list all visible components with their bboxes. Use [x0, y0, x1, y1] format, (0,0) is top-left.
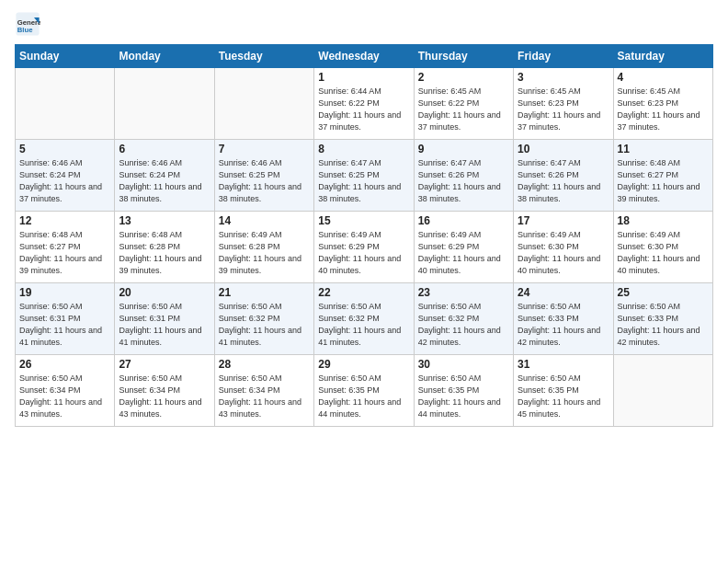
day-cell: 8Sunrise: 6:47 AM Sunset: 6:25 PM Daylig… [314, 140, 414, 212]
day-info: Sunrise: 6:50 AM Sunset: 6:33 PM Dayligh… [518, 301, 609, 349]
day-info: Sunrise: 6:50 AM Sunset: 6:32 PM Dayligh… [219, 301, 310, 349]
day-info: Sunrise: 6:49 AM Sunset: 6:28 PM Dayligh… [219, 229, 310, 277]
day-number: 4 [618, 71, 709, 84]
day-number: 20 [119, 286, 210, 299]
day-number: 16 [418, 214, 509, 227]
day-cell: 27Sunrise: 6:50 AM Sunset: 6:34 PM Dayli… [115, 355, 214, 427]
day-cell: 10Sunrise: 6:47 AM Sunset: 6:26 PM Dayli… [514, 140, 613, 212]
day-info: Sunrise: 6:48 AM Sunset: 6:28 PM Dayligh… [119, 229, 210, 277]
day-number: 14 [219, 214, 310, 227]
day-number: 1 [318, 71, 409, 84]
day-cell: 18Sunrise: 6:49 AM Sunset: 6:30 PM Dayli… [613, 212, 712, 283]
day-info: Sunrise: 6:47 AM Sunset: 6:25 PM Dayligh… [318, 157, 409, 205]
day-info: Sunrise: 6:47 AM Sunset: 6:26 PM Dayligh… [518, 157, 609, 205]
day-info: Sunrise: 6:46 AM Sunset: 6:24 PM Dayligh… [119, 157, 210, 205]
day-cell: 20Sunrise: 6:50 AM Sunset: 6:31 PM Dayli… [115, 283, 214, 355]
day-cell: 13Sunrise: 6:48 AM Sunset: 6:28 PM Dayli… [115, 212, 214, 283]
day-info: Sunrise: 6:49 AM Sunset: 6:30 PM Dayligh… [518, 229, 609, 277]
day-info: Sunrise: 6:50 AM Sunset: 6:35 PM Dayligh… [418, 373, 509, 420]
day-number: 13 [119, 214, 210, 227]
day-number: 11 [618, 143, 709, 155]
day-number: 30 [418, 358, 509, 371]
weekday-header-friday: Friday [514, 45, 613, 68]
day-number: 8 [318, 143, 409, 155]
day-number: 31 [518, 358, 609, 371]
day-info: Sunrise: 6:50 AM Sunset: 6:32 PM Dayligh… [418, 301, 509, 349]
logo-icon: General Blue [15, 11, 40, 37]
weekday-header-tuesday: Tuesday [214, 45, 313, 68]
day-cell: 28Sunrise: 6:50 AM Sunset: 6:34 PM Dayli… [214, 355, 313, 427]
day-cell: 1Sunrise: 6:44 AM Sunset: 6:22 PM Daylig… [314, 68, 414, 140]
day-cell: 29Sunrise: 6:50 AM Sunset: 6:35 PM Dayli… [314, 355, 414, 427]
day-info: Sunrise: 6:50 AM Sunset: 6:35 PM Dayligh… [318, 373, 409, 420]
day-cell: 11Sunrise: 6:48 AM Sunset: 6:27 PM Dayli… [613, 140, 712, 212]
day-number: 21 [219, 286, 310, 299]
day-info: Sunrise: 6:50 AM Sunset: 6:31 PM Dayligh… [119, 301, 210, 349]
day-info: Sunrise: 6:49 AM Sunset: 6:29 PM Dayligh… [418, 229, 509, 277]
day-info: Sunrise: 6:44 AM Sunset: 6:22 PM Dayligh… [318, 86, 409, 133]
day-info: Sunrise: 6:50 AM Sunset: 6:34 PM Dayligh… [119, 373, 210, 420]
day-cell: 17Sunrise: 6:49 AM Sunset: 6:30 PM Dayli… [514, 212, 613, 283]
day-number: 7 [219, 143, 310, 155]
day-cell: 7Sunrise: 6:46 AM Sunset: 6:25 PM Daylig… [214, 140, 313, 212]
weekday-header-row: SundayMondayTuesdayWednesdayThursdayFrid… [16, 45, 713, 68]
day-number: 9 [418, 143, 509, 155]
day-info: Sunrise: 6:50 AM Sunset: 6:35 PM Dayligh… [518, 373, 609, 420]
day-number: 2 [418, 71, 509, 84]
weekday-header-sunday: Sunday [16, 45, 115, 68]
day-cell: 31Sunrise: 6:50 AM Sunset: 6:35 PM Dayli… [514, 355, 613, 427]
week-row-3: 12Sunrise: 6:48 AM Sunset: 6:27 PM Dayli… [16, 212, 713, 283]
day-info: Sunrise: 6:49 AM Sunset: 6:29 PM Dayligh… [318, 229, 409, 277]
day-number: 28 [219, 358, 310, 371]
day-number: 25 [618, 286, 709, 299]
day-number: 24 [518, 286, 609, 299]
day-number: 5 [19, 143, 110, 155]
day-cell: 4Sunrise: 6:45 AM Sunset: 6:23 PM Daylig… [613, 68, 712, 140]
day-info: Sunrise: 6:45 AM Sunset: 6:23 PM Dayligh… [618, 86, 709, 133]
day-cell: 3Sunrise: 6:45 AM Sunset: 6:23 PM Daylig… [514, 68, 613, 140]
day-info: Sunrise: 6:48 AM Sunset: 6:27 PM Dayligh… [618, 157, 709, 205]
day-cell [613, 355, 712, 427]
day-number: 10 [518, 143, 609, 155]
day-cell: 23Sunrise: 6:50 AM Sunset: 6:32 PM Dayli… [414, 283, 513, 355]
svg-text:Blue: Blue [17, 26, 33, 34]
week-row-1: 1Sunrise: 6:44 AM Sunset: 6:22 PM Daylig… [16, 68, 713, 140]
day-info: Sunrise: 6:48 AM Sunset: 6:27 PM Dayligh… [19, 229, 110, 277]
day-cell: 12Sunrise: 6:48 AM Sunset: 6:27 PM Dayli… [16, 212, 115, 283]
day-cell: 2Sunrise: 6:45 AM Sunset: 6:22 PM Daylig… [414, 68, 513, 140]
day-cell: 19Sunrise: 6:50 AM Sunset: 6:31 PM Dayli… [16, 283, 115, 355]
day-number: 29 [318, 358, 409, 371]
day-cell: 9Sunrise: 6:47 AM Sunset: 6:26 PM Daylig… [414, 140, 513, 212]
day-info: Sunrise: 6:45 AM Sunset: 6:23 PM Dayligh… [518, 86, 609, 133]
day-cell [16, 68, 115, 140]
week-row-5: 26Sunrise: 6:50 AM Sunset: 6:34 PM Dayli… [16, 355, 713, 427]
day-info: Sunrise: 6:50 AM Sunset: 6:33 PM Dayligh… [618, 301, 709, 349]
day-info: Sunrise: 6:50 AM Sunset: 6:34 PM Dayligh… [19, 373, 110, 420]
day-info: Sunrise: 6:45 AM Sunset: 6:22 PM Dayligh… [418, 86, 509, 133]
day-cell: 16Sunrise: 6:49 AM Sunset: 6:29 PM Dayli… [414, 212, 513, 283]
day-number: 6 [119, 143, 210, 155]
day-number: 23 [418, 286, 509, 299]
day-number: 17 [518, 214, 609, 227]
day-cell: 26Sunrise: 6:50 AM Sunset: 6:34 PM Dayli… [16, 355, 115, 427]
day-cell: 25Sunrise: 6:50 AM Sunset: 6:33 PM Dayli… [613, 283, 712, 355]
day-number: 18 [618, 214, 709, 227]
calendar: SundayMondayTuesdayWednesdayThursdayFrid… [15, 44, 713, 427]
day-cell [214, 68, 313, 140]
day-number: 15 [318, 214, 409, 227]
day-cell: 24Sunrise: 6:50 AM Sunset: 6:33 PM Dayli… [514, 283, 613, 355]
weekday-header-thursday: Thursday [414, 45, 513, 68]
week-row-4: 19Sunrise: 6:50 AM Sunset: 6:31 PM Dayli… [16, 283, 713, 355]
day-info: Sunrise: 6:46 AM Sunset: 6:25 PM Dayligh… [219, 157, 310, 205]
logo: General Blue [15, 11, 44, 37]
day-cell: 30Sunrise: 6:50 AM Sunset: 6:35 PM Dayli… [414, 355, 513, 427]
day-info: Sunrise: 6:50 AM Sunset: 6:32 PM Dayligh… [318, 301, 409, 349]
header: General Blue [15, 11, 713, 37]
day-number: 26 [19, 358, 110, 371]
day-cell: 22Sunrise: 6:50 AM Sunset: 6:32 PM Dayli… [314, 283, 414, 355]
day-number: 27 [119, 358, 210, 371]
weekday-header-monday: Monday [115, 45, 214, 68]
day-info: Sunrise: 6:50 AM Sunset: 6:34 PM Dayligh… [219, 373, 310, 420]
weekday-header-saturday: Saturday [613, 45, 712, 68]
weekday-header-wednesday: Wednesday [314, 45, 414, 68]
